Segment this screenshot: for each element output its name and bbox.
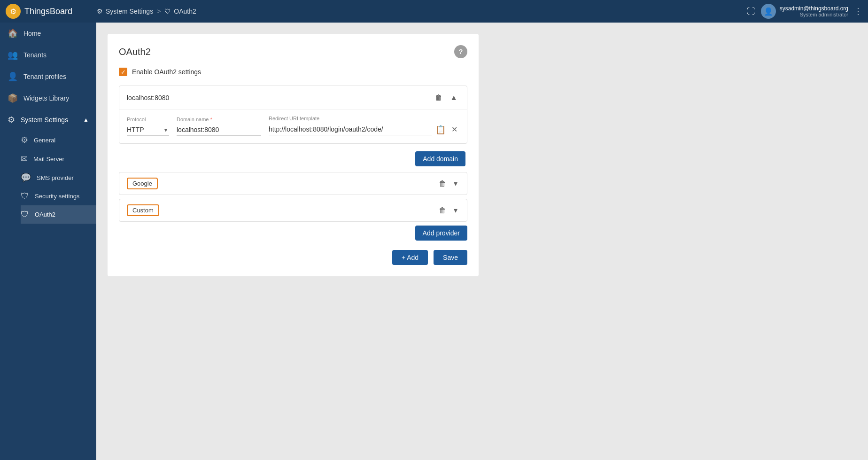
main-content: OAuth2 ? ✓ Enable OAuth2 settings localh… [96,23,868,460]
sidebar: 🏠 Home 👥 Tenants 👤 Tenant profiles 📦 Wid… [0,23,96,460]
domain-title: localhost:8080 [127,94,169,101]
expand-custom-provider-button[interactable]: ▾ [452,204,459,217]
topnav: ⚙ ThingsBoard ⚙ System Settings > 🛡 OAut… [0,0,868,23]
protocol-select[interactable]: HTTP HTTPS MIXED [127,124,169,136]
redirect-uri-wrapper: 📋 ✕ [269,123,459,136]
google-provider-badge[interactable]: Google [127,178,158,189]
redirect-uri-input[interactable] [269,124,432,135]
sidebar-item-tenants[interactable]: 👥 Tenants [0,44,96,66]
sidebar-item-widgets-library-label: Widgets Library [23,94,69,102]
topnav-right: ⛶ 👤 sysadmin@thingsboard.org System admi… [747,4,862,19]
sidebar-item-tenants-label: Tenants [23,51,46,59]
footer-buttons: + Add Save [119,250,467,265]
oauth2-card: OAuth2 ? ✓ Enable OAuth2 settings localh… [108,34,479,276]
user-role: System administrator [780,12,848,17]
domain-name-input[interactable] [177,124,261,136]
redirect-uri-field-group: Redirect URI template 📋 ✕ [269,116,459,136]
user-info: sysadmin@thingsboard.org System administ… [780,5,848,17]
security-icon: 🛡 [21,191,29,201]
save-button[interactable]: Save [434,250,467,265]
providers-list: Google 🗑 ▾ Custom 🗑 ▾ [119,172,467,222]
breadcrumb: ⚙ System Settings > 🛡 OAuth2 [97,8,747,15]
mail-icon: ✉ [21,154,28,164]
sidebar-item-sms-provider[interactable]: 💬 SMS provider [21,168,96,187]
domain-header: localhost:8080 🗑 ▲ [119,86,467,110]
widgets-icon: 📦 [8,93,18,103]
app-logo[interactable]: ⚙ ThingsBoard [6,4,85,19]
breadcrumb-system-settings[interactable]: ⚙ System Settings [97,8,153,15]
shield-icon: 🛡 [164,8,171,15]
fullscreen-button[interactable]: ⛶ [747,7,755,16]
add-domain-row: Add domain [119,151,467,166]
enable-oauth2-row: ✓ Enable OAuth2 settings [119,68,467,76]
sidebar-submenu: ⚙ General ✉ Mail Server 💬 SMS provider 🛡… [0,131,96,224]
sidebar-item-security-settings[interactable]: 🛡 Security settings [21,187,96,205]
add-domain-button[interactable]: Add domain [415,151,465,166]
sidebar-item-tenant-profiles-label: Tenant profiles [23,73,66,80]
domain-name-field-group: Domain name * [177,117,261,136]
enable-oauth2-checkbox[interactable]: ✓ [119,68,127,76]
sidebar-item-security-settings-label: Security settings [35,193,79,200]
add-provider-button[interactable]: Add provider [415,226,467,241]
delete-domain-button[interactable]: 🗑 [433,92,444,104]
chevron-up-icon: ▲ [83,117,89,123]
delete-google-provider-button[interactable]: 🗑 [437,178,448,190]
sidebar-item-general[interactable]: ⚙ General [21,131,96,149]
settings-icon: ⚙ [97,8,103,15]
help-button[interactable]: ? [454,45,467,58]
domain-name-label: Domain name * [177,117,261,122]
collapse-domain-button[interactable]: ▲ [448,92,459,104]
system-settings-icon: ⚙ [8,115,15,125]
user-email: sysadmin@thingsboard.org [780,5,848,12]
sidebar-item-sms-provider-label: SMS provider [37,174,74,181]
breadcrumb-system-settings-label: System Settings [106,8,153,15]
sms-icon: 💬 [21,172,31,183]
oauth2-icon: 🛡 [21,210,29,219]
copy-redirect-button[interactable]: 📋 [435,125,446,135]
sidebar-item-home[interactable]: 🏠 Home [0,23,96,44]
sidebar-item-general-label: General [34,137,55,144]
protocol-label: Protocol [127,117,169,122]
protocol-field-group: Protocol HTTP HTTPS MIXED [127,117,169,136]
sidebar-item-system-settings[interactable]: ⚙ System Settings ▲ [0,109,96,131]
redirect-uri-label: Redirect URI template [269,116,459,121]
page-title: OAuth2 [119,47,151,57]
provider-row-google: Google 🗑 ▾ [119,172,467,195]
sidebar-item-home-label: Home [23,30,41,37]
domain-actions: 🗑 ▲ [433,92,459,104]
user-menu[interactable]: 👤 sysadmin@thingsboard.org System admini… [761,4,848,19]
sidebar-item-mail-server[interactable]: ✉ Mail Server [21,149,96,168]
general-icon: ⚙ [21,135,28,145]
sidebar-item-system-settings-label: System Settings [21,116,68,124]
more-options-button[interactable]: ⋮ [854,6,862,16]
add-button[interactable]: + Add [392,250,428,265]
clear-redirect-button[interactable]: ✕ [450,123,459,136]
enable-oauth2-label: Enable OAuth2 settings [132,68,201,76]
delete-custom-provider-button[interactable]: 🗑 [437,204,448,217]
logo-icon: ⚙ [6,4,21,19]
domain-card: localhost:8080 🗑 ▲ Protocol HTTP HTTPS [119,86,467,144]
breadcrumb-oauth2-label: OAuth2 [174,8,196,15]
domain-fields: Protocol HTTP HTTPS MIXED Domain name * [119,110,467,143]
avatar: 👤 [761,4,776,19]
breadcrumb-oauth2[interactable]: 🛡 OAuth2 [164,8,196,15]
home-icon: 🏠 [8,28,18,39]
app-name: ThingsBoard [24,7,72,16]
breadcrumb-separator: > [157,8,161,15]
provider-row-custom: Custom 🗑 ▾ [119,199,467,222]
sidebar-item-oauth2-label: OAuth2 [35,211,55,218]
google-provider-actions: 🗑 ▾ [437,177,459,190]
sidebar-item-oauth2[interactable]: 🛡 OAuth2 [21,205,96,224]
card-header: OAuth2 ? [119,45,467,58]
protocol-select-wrapper: HTTP HTTPS MIXED [127,124,169,136]
custom-provider-badge[interactable]: Custom [127,204,159,216]
expand-google-provider-button[interactable]: ▾ [452,177,459,190]
tenant-profiles-icon: 👤 [8,71,18,82]
custom-provider-actions: 🗑 ▾ [437,204,459,217]
add-provider-row: Add provider [119,226,467,241]
sidebar-item-tenant-profiles[interactable]: 👤 Tenant profiles [0,66,96,87]
sidebar-item-widgets-library[interactable]: 📦 Widgets Library [0,87,96,109]
sidebar-item-mail-server-label: Mail Server [33,156,64,163]
tenants-icon: 👥 [8,50,18,60]
